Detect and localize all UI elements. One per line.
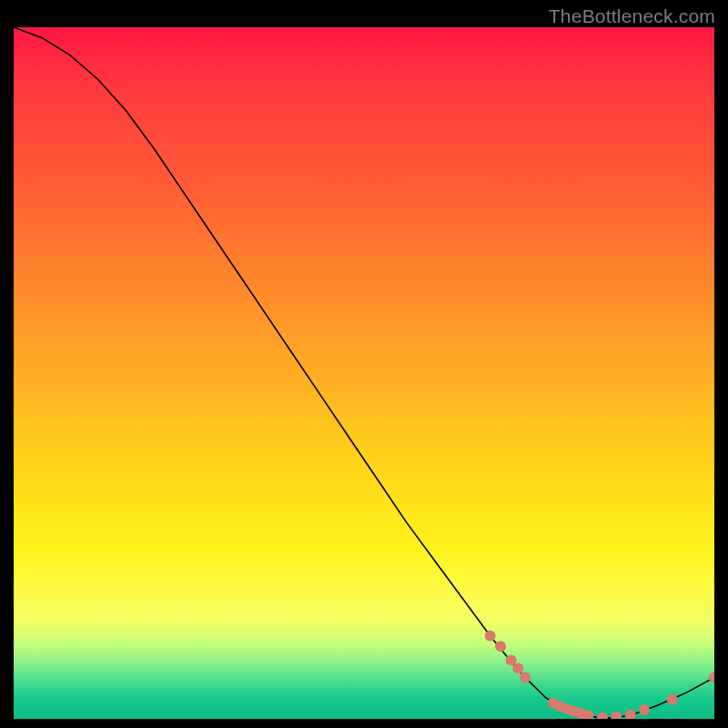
chart-overlay (14, 27, 714, 719)
data-marker (512, 663, 523, 674)
watermark-text: TheBottleneck.com (549, 5, 715, 27)
data-marker (625, 709, 636, 719)
data-marker (597, 712, 608, 719)
data-marker (611, 712, 622, 719)
bottleneck-curve-line (14, 27, 714, 719)
data-marker (485, 631, 496, 642)
data-marker (495, 641, 506, 652)
data-marker (520, 672, 531, 682)
data-marker (506, 654, 517, 665)
data-marker (667, 694, 678, 705)
data-marker (709, 672, 714, 682)
chart-area (14, 27, 714, 719)
marker-group (485, 631, 714, 719)
data-marker (639, 704, 650, 715)
